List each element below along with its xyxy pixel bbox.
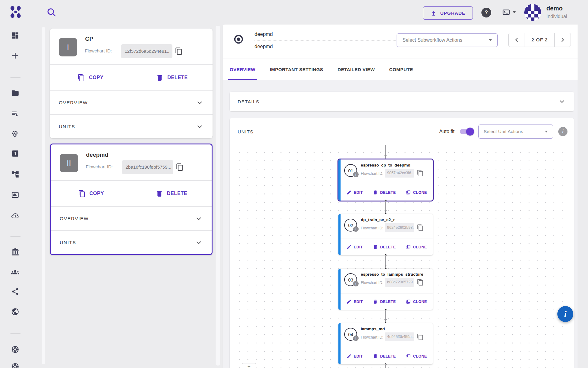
- overview-content: DETAILS UNITS Auto fit Select Unit Actio…: [223, 80, 578, 368]
- sidebar-item-more-icon[interactable]: [11, 362, 19, 368]
- auto-fit-toggle[interactable]: [460, 129, 473, 134]
- unit-node-lammps-md[interactable]: 04 i lammps_md Flowchart ID: 4e945f3b459…: [338, 323, 433, 364]
- sidebar-item-create-icon[interactable]: [11, 52, 19, 60]
- unit-delete-button[interactable]: DELETE: [373, 354, 396, 359]
- unit-info-badge[interactable]: i: [353, 335, 359, 341]
- sidebar-item-organization-icon[interactable]: [11, 248, 19, 256]
- unit-info-badge[interactable]: i: [353, 281, 359, 286]
- copy-subworkflow-button[interactable]: COPY: [50, 65, 131, 90]
- toggle-knob: [466, 128, 474, 136]
- delete-subworkflow-button[interactable]: DELETE: [131, 65, 213, 90]
- flowchart-id-label: Flowchart ID:: [361, 335, 383, 339]
- sidebar-item-materials-icon[interactable]: [11, 130, 19, 138]
- chevron-down-icon: [545, 131, 548, 132]
- copy-id-icon[interactable]: [417, 333, 424, 340]
- search-icon[interactable]: [46, 7, 57, 18]
- unit-edit-button[interactable]: EDIT: [346, 190, 363, 195]
- sidebar-item-support-icon[interactable]: [11, 345, 19, 354]
- radio-selected-icon: [233, 34, 244, 45]
- trash-icon: [156, 190, 163, 197]
- copy-id-icon[interactable]: [417, 279, 424, 286]
- left-panel-scrollbar[interactable]: [42, 27, 45, 364]
- subworkflow-card-deepmd[interactable]: II deepmd Flowchart ID: 2ba16fc190febf57…: [50, 144, 213, 255]
- sidebar-item-upload-icon[interactable]: [11, 212, 19, 220]
- select-unit-actions-dropdown[interactable]: Select Unit Actions: [478, 125, 553, 139]
- unit-info-badge[interactable]: i: [353, 226, 359, 232]
- subworkflow-card-header: II deepmd Flowchart ID: 2ba16fc190febf57…: [51, 144, 212, 180]
- unit-clone-button[interactable]: CLONE: [406, 299, 427, 304]
- chevron-down-icon: [558, 98, 566, 105]
- flowchart-id-value[interactable]: b08d72365729...: [385, 278, 414, 287]
- user-name: demo: [546, 5, 563, 12]
- unit-info-badge[interactable]: i: [353, 172, 359, 177]
- user-avatar[interactable]: [524, 4, 541, 21]
- copy-subworkflow-button[interactable]: COPY: [51, 181, 131, 206]
- unit-number: 02 i: [344, 219, 357, 232]
- sidebar-item-public-icon[interactable]: [11, 308, 19, 316]
- sidebar-item-flowchart-icon[interactable]: [11, 170, 19, 178]
- sidebar-item-share-icon[interactable]: [11, 287, 19, 296]
- copy-id-icon[interactable]: [176, 163, 184, 171]
- flow-connector: [338, 145, 433, 159]
- unit-node-dp-train-se-e2-r[interactable]: 02 i dp_train_se_e2_r Flowchart ID: 9624…: [338, 214, 433, 255]
- flowchart-id-value[interactable]: 12f572d6a5d294e81...: [121, 44, 172, 58]
- units-section-toggle[interactable]: UNITS: [50, 115, 213, 138]
- help-icon[interactable]: ?: [481, 8, 491, 17]
- unit-clone-button[interactable]: CLONE: [406, 354, 427, 359]
- unit-number: 01 i: [344, 164, 357, 177]
- sidebar-item-dashboard-icon[interactable]: [11, 31, 19, 40]
- unit-clone-button[interactable]: CLONE: [406, 244, 427, 250]
- unit-edit-button[interactable]: EDIT: [346, 244, 363, 250]
- unit-delete-button[interactable]: DELETE: [373, 244, 396, 250]
- overview-section-toggle[interactable]: OVERVIEW: [50, 91, 213, 114]
- subworkflow-card-header: I CP Flowchart ID: 12f572d6a5d294e81...: [50, 29, 213, 64]
- tab-overview[interactable]: OVERVIEW: [230, 59, 255, 80]
- flowchart-id-value[interactable]: 4e945f3b459a...: [385, 332, 414, 341]
- flowchart-id-value[interactable]: 2ba16fc190febf5759...: [122, 160, 173, 174]
- unit-node-espresso-to-lammps-structure[interactable]: 03 i espresso_to_lammps_structure Flowch…: [338, 269, 433, 310]
- copy-id-icon[interactable]: [417, 224, 424, 231]
- flow-connector: [338, 310, 433, 323]
- subworkflow-title: CP: [85, 36, 93, 42]
- subworkflow-card-cp[interactable]: I CP Flowchart ID: 12f572d6a5d294e81... …: [50, 29, 213, 138]
- pager-prev-button[interactable]: [509, 33, 525, 47]
- tab-detailed-view[interactable]: DETAILED VIEW: [337, 59, 375, 80]
- app-logo-icon[interactable]: [9, 5, 23, 19]
- info-fab-button[interactable]: i: [557, 306, 573, 322]
- main-panel-scrollbar[interactable]: [216, 26, 220, 366]
- sidebar-item-team-icon[interactable]: [11, 268, 19, 276]
- unit-delete-button[interactable]: DELETE: [373, 190, 396, 195]
- sidebar-item-workflows-icon[interactable]: [11, 149, 19, 158]
- overview-section-toggle[interactable]: OVERVIEW: [51, 207, 212, 230]
- tab-important-settings[interactable]: IMPORTANT SETTINGS: [270, 59, 323, 80]
- pager-next-button[interactable]: [555, 33, 571, 47]
- details-section-toggle[interactable]: DETAILS: [230, 92, 574, 111]
- unit-node-espresso-cp-to-deepmd[interactable]: 01 i espresso_cp_to_deepmd Flowchart ID:…: [338, 159, 433, 201]
- flowchart-id-label: Flowchart ID:: [361, 171, 383, 176]
- flowchart-id-value[interactable]: 9624e2602598...: [385, 223, 414, 232]
- subworkflow-badge: II: [60, 154, 78, 172]
- unit-edit-button[interactable]: EDIT: [346, 354, 363, 359]
- unit-delete-button[interactable]: DELETE: [373, 299, 396, 304]
- units-section-toggle[interactable]: UNITS: [51, 231, 212, 254]
- canvas-zoom-in-button[interactable]: +: [242, 363, 256, 368]
- unit-edit-button[interactable]: EDIT: [346, 299, 363, 304]
- flowchart-id-value[interactable]: 9057a42cc3f6...: [385, 169, 414, 178]
- sidebar-item-media-icon[interactable]: [11, 191, 19, 199]
- upgrade-button[interactable]: UPGRADE: [423, 6, 473, 20]
- units-info-icon[interactable]: i: [558, 127, 567, 136]
- terminal-icon: [502, 8, 511, 16]
- copy-id-icon[interactable]: [175, 47, 183, 55]
- tab-compute[interactable]: COMPUTE: [389, 59, 413, 80]
- unit-number: 04 i: [344, 328, 357, 341]
- console-menu-button[interactable]: [502, 8, 516, 16]
- select-subworkflow-actions-dropdown[interactable]: Select Subworkflow Actions: [397, 33, 498, 47]
- unit-clone-button[interactable]: CLONE: [406, 190, 427, 195]
- delete-subworkflow-button[interactable]: DELETE: [131, 181, 212, 206]
- copy-id-icon[interactable]: [417, 170, 424, 177]
- workflow-title: deepmd: [254, 31, 273, 37]
- sidebar-item-jobs-icon[interactable]: [11, 109, 19, 118]
- flowchart-canvas[interactable]: 01 i espresso_cp_to_deepmd Flowchart ID:…: [233, 145, 570, 368]
- units-header: UNITS Auto fit Select Unit Actions i: [230, 118, 574, 145]
- sidebar-item-folder-icon[interactable]: [11, 89, 19, 97]
